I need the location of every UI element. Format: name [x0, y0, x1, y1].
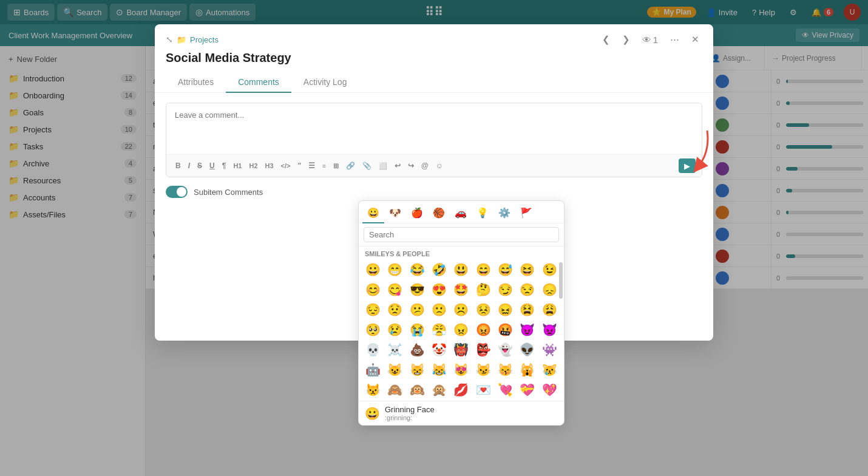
tab-comments[interactable]: Comments [226, 72, 291, 93]
emoji-cell[interactable]: 😀 [362, 260, 384, 279]
next-button[interactable]: ❯ [619, 33, 633, 46]
emoji-cell[interactable]: 💖 [539, 380, 560, 399]
emoji-cell[interactable]: 😭 [407, 320, 428, 339]
emoji-tab-food[interactable]: 🍎 [406, 203, 428, 223]
tab-attributes[interactable]: Attributes [166, 72, 226, 93]
emoji-cell[interactable]: 😸 [407, 360, 428, 379]
emoji-cell[interactable]: ☠️ [384, 340, 405, 359]
emoji-cell[interactable]: 😈 [517, 320, 538, 339]
bold-button[interactable]: B [172, 158, 184, 173]
emoji-cell[interactable]: 🙈 [384, 380, 405, 399]
emoji-cell[interactable]: 😖 [495, 300, 516, 319]
emoji-tab-flags[interactable]: 🚩 [515, 203, 537, 223]
emoji-cell[interactable]: 😼 [473, 360, 494, 379]
emoji-cell[interactable]: 🥺 [362, 320, 384, 339]
emoji-cell[interactable]: 😠 [450, 320, 472, 339]
emoji-cell[interactable]: 👾 [539, 340, 560, 359]
eye-views-button[interactable]: 👁 1 [639, 33, 661, 46]
link-button[interactable]: 🔗 [343, 158, 358, 173]
emoji-cell[interactable]: 😔 [362, 300, 384, 319]
emoji-cell[interactable]: 😁 [384, 260, 405, 279]
emoji-cell[interactable]: 😂 [407, 260, 428, 279]
emoji-cell[interactable]: 😣 [473, 300, 494, 319]
paragraph-button[interactable]: ¶ [219, 158, 229, 173]
emoji-cell[interactable]: 😏 [495, 280, 516, 299]
emoji-button[interactable]: ☺ [433, 158, 446, 173]
emoji-cell[interactable]: 😽 [495, 360, 516, 379]
emoji-cell[interactable]: 🙉 [407, 380, 428, 399]
emoji-cell[interactable]: 🙁 [429, 300, 450, 319]
emoji-cell[interactable]: 😃 [450, 260, 472, 279]
close-button[interactable]: ✕ [688, 33, 702, 46]
emoji-tab-symbols[interactable]: ⚙️ [493, 203, 515, 223]
underline-button[interactable]: U [206, 158, 218, 173]
emoji-tab-animals[interactable]: 🐶 [384, 203, 406, 223]
emoji-cell[interactable]: 👽 [517, 340, 538, 359]
emoji-cell[interactable]: 🙀 [517, 360, 538, 379]
emoji-cell[interactable]: 💀 [362, 340, 384, 359]
send-button[interactable]: ▶ [679, 158, 696, 173]
emoji-cell[interactable]: 💘 [495, 380, 516, 399]
emoji-cell[interactable]: 💌 [473, 380, 494, 399]
emoji-tab-activities[interactable]: 🏀 [428, 203, 450, 223]
tab-activity-log[interactable]: Activity Log [291, 72, 359, 93]
emoji-cell[interactable]: 😿 [539, 360, 560, 379]
emoji-cell[interactable]: 😺 [384, 360, 405, 379]
emoji-cell[interactable]: 😩 [539, 300, 560, 319]
emoji-cell[interactable]: 😋 [384, 280, 405, 299]
emoji-cell[interactable]: 😉 [539, 260, 560, 279]
h1-button[interactable]: H1 [230, 158, 245, 173]
emoji-cell[interactable]: 😤 [429, 320, 450, 339]
emoji-search-input[interactable] [364, 227, 559, 242]
emoji-scrollbar[interactable] [559, 262, 563, 299]
more-options-button[interactable]: ⋯ [667, 33, 682, 46]
emoji-tab-objects[interactable]: 💡 [472, 203, 493, 223]
emoji-cell[interactable]: 👹 [450, 340, 472, 359]
subitem-toggle[interactable] [166, 186, 188, 198]
breadcrumb-label[interactable]: Projects [190, 35, 219, 44]
emoji-cell[interactable]: 😅 [495, 260, 516, 279]
undo-button[interactable]: ↩ [392, 158, 404, 173]
emoji-cell[interactable]: 👺 [473, 340, 494, 359]
mention-button[interactable]: @ [418, 158, 432, 173]
emoji-cell[interactable]: 💋 [450, 380, 472, 399]
ol-button[interactable]: ≡ [319, 158, 329, 173]
emoji-cell[interactable]: 🤡 [429, 340, 450, 359]
emoji-cell[interactable]: 👿 [539, 320, 560, 339]
emoji-cell[interactable]: 😍 [429, 280, 450, 299]
emoji-cell[interactable]: 😹 [429, 360, 450, 379]
emoji-tab-smileys[interactable]: 😀 [362, 203, 384, 223]
emoji-cell[interactable]: 😒 [517, 280, 538, 299]
code-button[interactable]: </> [278, 158, 294, 173]
emoji-cell[interactable]: 🤬 [495, 320, 516, 339]
emoji-cell[interactable]: 😫 [517, 300, 538, 319]
quote-button[interactable]: " [294, 158, 304, 173]
emoji-cell[interactable]: 😢 [384, 320, 405, 339]
emoji-cell[interactable]: 🤖 [362, 360, 384, 379]
table-button[interactable]: ⊞ [330, 158, 342, 173]
ul-button[interactable]: ☰ [305, 158, 318, 173]
emoji-cell[interactable]: 😻 [450, 360, 472, 379]
comment-input[interactable] [166, 103, 702, 152]
emoji-cell[interactable]: 😊 [362, 280, 384, 299]
emoji-tab-travel[interactable]: 🚗 [450, 203, 472, 223]
emoji-cell[interactable]: 😟 [384, 300, 405, 319]
emoji-cell[interactable]: 💩 [407, 340, 428, 359]
strikethrough-button[interactable]: S [194, 158, 205, 173]
italic-button[interactable]: I [185, 158, 193, 173]
redo-button[interactable]: ↪ [405, 158, 417, 173]
emoji-cell[interactable]: 🤩 [450, 280, 472, 299]
emoji-cell[interactable]: 🤔 [473, 280, 494, 299]
emoji-cell[interactable]: 🤣 [429, 260, 450, 279]
emoji-cell[interactable]: 😎 [407, 280, 428, 299]
emoji-cell[interactable]: 😞 [539, 280, 560, 299]
emoji-cell[interactable]: 💝 [517, 380, 538, 399]
attachment-button[interactable]: 📎 [359, 158, 375, 173]
emoji-cell[interactable]: 🙊 [429, 380, 450, 399]
embed-button[interactable]: ⬜ [376, 158, 390, 173]
emoji-cell[interactable]: ☹️ [450, 300, 472, 319]
h2-button[interactable]: H2 [246, 158, 260, 173]
prev-button[interactable]: ❮ [599, 33, 613, 46]
emoji-cell[interactable]: 😡 [473, 320, 494, 339]
h3-button[interactable]: H3 [262, 158, 277, 173]
